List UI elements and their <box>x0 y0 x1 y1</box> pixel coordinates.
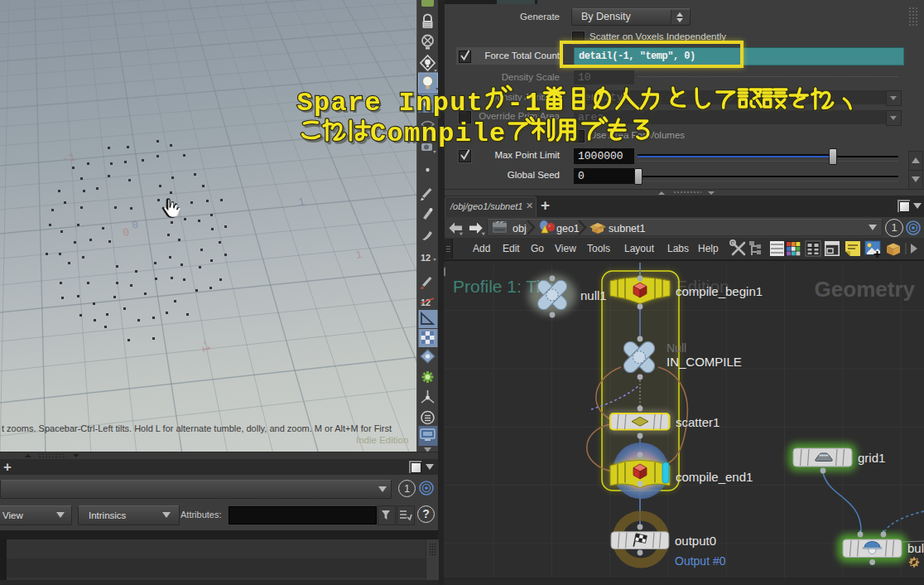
svg-text:compile_end1: compile_end1 <box>676 470 753 484</box>
svg-text:compile_begin1: compile_begin1 <box>676 284 763 298</box>
svg-text:Output #0: Output #0 <box>675 554 726 568</box>
svg-text:1: 1 <box>354 249 363 262</box>
svg-text:grid1: grid1 <box>858 451 885 465</box>
svg-text:null1: null1 <box>580 288 607 302</box>
svg-text:0: 0 <box>122 226 130 239</box>
svg-text:scatter1: scatter1 <box>676 415 719 429</box>
svg-text:Null: Null <box>667 341 686 355</box>
svg-text:subnet1: subnet1 <box>609 223 646 234</box>
svg-text:-1: -1 <box>61 151 76 166</box>
svg-text:-1: -1 <box>198 338 213 353</box>
svg-text:1: 1 <box>297 196 306 209</box>
svg-text:output0: output0 <box>675 534 716 548</box>
svg-text:12: 12 <box>421 253 431 263</box>
svg-text:Geometry: Geometry <box>815 277 916 302</box>
svg-text:geo1: geo1 <box>556 223 580 234</box>
svg-text:IN_COMPILE: IN_COMPILE <box>667 355 742 369</box>
svg-text:obj: obj <box>513 223 527 234</box>
svg-text:bul: bul <box>907 541 924 555</box>
